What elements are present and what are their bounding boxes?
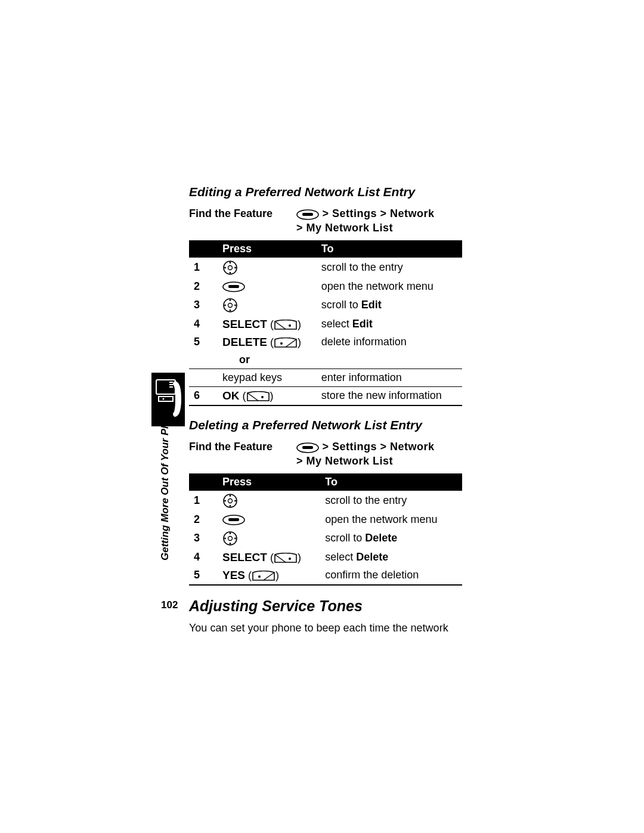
press-cell (218, 491, 320, 511)
svg-point-33 (230, 495, 231, 497)
to-cell: confirm the deletion (320, 566, 462, 585)
svg-point-14 (234, 267, 236, 268)
nav-key-icon (222, 298, 238, 313)
step-num: 1 (189, 491, 218, 511)
menu-key-icon (222, 281, 245, 292)
svg-point-28 (261, 396, 264, 398)
ftf2-line2: > My Network List (296, 455, 435, 467)
col-press: Press (218, 473, 320, 491)
section-tab-label: Getting More Out Of Your Phone (159, 404, 171, 561)
svg-point-26 (280, 342, 283, 345)
svg-point-11 (230, 262, 231, 264)
svg-point-13 (224, 267, 226, 268)
table-row: 2open the network menu (189, 511, 462, 528)
service-tones-para: You can set your phone to beep each time… (189, 622, 462, 634)
nav-key-icon (222, 260, 238, 275)
ftf2-line1: > Settings > Network (323, 441, 435, 453)
press-cell: YES () (218, 566, 320, 585)
press-cell (218, 295, 317, 315)
table-row: 4SELECT ()select Edit (189, 315, 462, 333)
table-row: 4SELECT ()select Delete (189, 549, 462, 566)
press-cell (218, 528, 320, 549)
svg-point-32 (228, 498, 233, 503)
ftf-path: > Settings > Network > My Network List (296, 208, 435, 234)
col-to: To (320, 473, 462, 491)
steps-table-edit: Press To 1scroll to the entry2open the n… (189, 240, 462, 406)
svg-line-27 (247, 393, 258, 401)
svg-point-43 (224, 537, 226, 539)
table-row: 1scroll to the entry (189, 258, 462, 278)
press-cell (218, 278, 317, 295)
svg-point-46 (289, 558, 291, 560)
menu-key-icon (222, 515, 245, 525)
table-row: 5DELETE ()delete information (189, 333, 462, 351)
press-cell (218, 258, 317, 278)
left-softkey-icon (274, 337, 298, 348)
svg-point-18 (228, 303, 233, 307)
to-cell: scroll to Delete (320, 528, 462, 549)
to-cell: scroll to Edit (317, 295, 462, 315)
step-num: 5 (189, 333, 218, 351)
heading-service-tones: Adjusting Service Tones (189, 597, 462, 615)
ftf-line1: > Settings > Network (323, 208, 435, 219)
to-cell: open the network menu (320, 511, 462, 528)
subheading-edit: Editing a Preferred Network List Entry (189, 185, 462, 199)
svg-rect-16 (228, 285, 239, 288)
svg-line-23 (275, 321, 286, 329)
svg-point-44 (234, 537, 236, 539)
content-column: Editing a Preferred Network List Entry F… (189, 185, 462, 638)
press-cell: OK () (218, 386, 317, 405)
right-softkey-icon (274, 553, 298, 563)
svg-point-10 (228, 265, 233, 270)
col-press: Press (218, 240, 317, 258)
to-cell: scroll to the entry (317, 258, 462, 278)
svg-point-34 (230, 505, 231, 507)
page: Getting More Out Of Your Phone 102 Editi… (0, 0, 644, 833)
menu-key-icon (296, 208, 319, 221)
col-step (189, 240, 218, 258)
svg-point-19 (230, 299, 231, 301)
to-cell: delete information (317, 333, 462, 351)
right-softkey-icon (246, 391, 270, 402)
right-softkey-icon (274, 320, 298, 330)
to-cell: select Edit (317, 315, 462, 333)
ftf-path-2: > Settings > Network > My Network List (296, 441, 435, 467)
to-cell: open the network menu (317, 278, 462, 295)
table-row: 2open the network menu (189, 278, 462, 295)
table-row: 5YES ()confirm the deletion (189, 566, 462, 585)
svg-point-21 (224, 304, 226, 306)
press-cell: SELECT () (218, 549, 320, 566)
svg-point-12 (230, 272, 231, 274)
left-softkey-icon (252, 571, 275, 581)
nav-key-icon (222, 493, 238, 509)
svg-point-22 (234, 304, 236, 306)
svg-rect-30 (302, 446, 313, 449)
svg-point-35 (224, 500, 226, 501)
or-label: or (218, 351, 317, 369)
svg-point-48 (258, 575, 261, 578)
nav-key-icon (222, 531, 238, 546)
ftf-label-2: Find the Feature (189, 441, 296, 453)
or-row: or (189, 351, 462, 369)
menu-key-icon (296, 441, 319, 454)
to-cell: enter information (317, 368, 462, 386)
step-num: 4 (189, 549, 218, 566)
find-the-feature-row-2: Find the Feature > Settings > Network > … (189, 441, 462, 467)
svg-point-42 (230, 543, 231, 544)
table-row: 6OK ()store the new information (189, 386, 462, 405)
col-step (189, 473, 218, 491)
step-num: 6 (189, 386, 218, 405)
svg-line-25 (286, 339, 296, 347)
step-num: 2 (189, 511, 218, 528)
svg-rect-38 (228, 518, 239, 521)
table-row: 3scroll to Delete (189, 528, 462, 549)
table-row: 1scroll to the entry (189, 491, 462, 511)
find-the-feature-row: Find the Feature > Settings > Network > … (189, 208, 462, 234)
to-cell: scroll to the entry (320, 491, 462, 511)
svg-point-20 (230, 309, 231, 311)
svg-line-47 (264, 572, 274, 580)
ftf-line2: > My Network List (296, 222, 435, 234)
step-num: 4 (189, 315, 218, 333)
page-number: 102 (161, 599, 178, 611)
press-cell: keypad keys (218, 368, 317, 386)
